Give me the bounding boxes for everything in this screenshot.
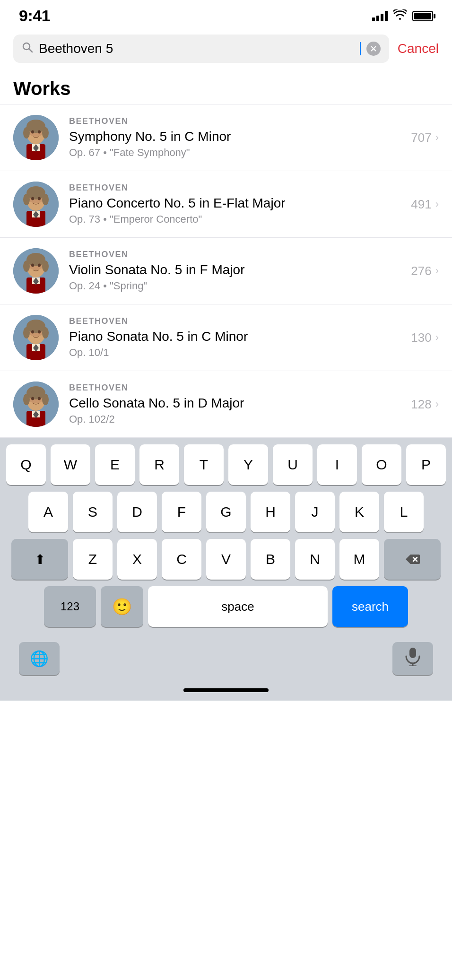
work-item[interactable]: BEETHOVEN Piano Sonata No. 5 in C Minor … — [0, 304, 452, 371]
composer-label: BEETHOVEN — [69, 183, 400, 193]
search-query-text: Beethoven 5 — [39, 41, 353, 56]
key-v[interactable]: V — [206, 539, 246, 580]
key-t[interactable]: T — [184, 444, 224, 485]
search-key[interactable]: search — [332, 586, 408, 627]
composer-label: BEETHOVEN — [69, 383, 400, 393]
svg-point-6 — [23, 127, 30, 139]
key-h[interactable]: H — [251, 492, 290, 532]
svg-point-9 — [38, 130, 41, 134]
chevron-right-icon: › — [435, 398, 439, 410]
work-title: Violin Sonata No. 5 in F Major — [69, 261, 400, 278]
svg-point-17 — [23, 194, 30, 205]
svg-point-8 — [31, 130, 34, 134]
key-k[interactable]: K — [339, 492, 379, 532]
svg-point-53 — [38, 397, 41, 400]
svg-point-50 — [23, 394, 30, 405]
key-x[interactable]: X — [117, 539, 157, 580]
key-l[interactable]: L — [384, 492, 424, 532]
key-y[interactable]: Y — [228, 444, 268, 485]
search-magnifier-icon — [22, 42, 33, 56]
key-e[interactable]: E — [95, 444, 135, 485]
chevron-right-icon: › — [435, 265, 439, 277]
key-f[interactable]: F — [162, 492, 201, 532]
key-o[interactable]: O — [362, 444, 401, 485]
work-title: Piano Concerto No. 5 in E-Flat Major — [69, 195, 400, 211]
key-r[interactable]: R — [139, 444, 179, 485]
svg-point-52 — [31, 397, 34, 400]
svg-point-29 — [42, 260, 49, 272]
key-p[interactable]: P — [406, 444, 446, 485]
chevron-right-icon: › — [435, 131, 439, 144]
svg-point-40 — [42, 327, 49, 338]
work-subtitle: Op. 10/1 — [69, 347, 400, 359]
key-w[interactable]: W — [51, 444, 90, 485]
composer-label: BEETHOVEN — [69, 250, 400, 260]
work-count-area: 128 › — [411, 397, 439, 412]
works-list: BEETHOVEN Symphony No. 5 in C Minor Op. … — [0, 104, 452, 438]
space-key[interactable]: space — [148, 586, 328, 627]
emoji-key[interactable]: 🙂 — [101, 586, 143, 627]
keyboard-row-4: 123 🙂 space search — [3, 586, 449, 627]
work-item[interactable]: BEETHOVEN Piano Concerto No. 5 in E-Flat… — [0, 171, 452, 238]
work-title: Cello Sonata No. 5 in D Major — [69, 395, 400, 411]
work-count: 128 — [411, 397, 431, 412]
key-u[interactable]: U — [273, 444, 313, 485]
avatar — [13, 315, 59, 360]
key-q[interactable]: Q — [6, 444, 46, 485]
svg-point-42 — [38, 330, 41, 334]
status-icons — [372, 9, 433, 23]
key-b[interactable]: B — [251, 539, 290, 580]
avatar — [13, 182, 59, 227]
key-j[interactable]: J — [295, 492, 335, 532]
delete-key[interactable] — [384, 539, 441, 580]
keyboard-row-1: Q W E R T Y U I O P — [3, 444, 449, 485]
cancel-button[interactable]: Cancel — [398, 41, 439, 56]
keyboard-row-3: ⬆ Z X C V B N M — [3, 539, 449, 580]
work-subtitle: Op. 102/2 — [69, 413, 400, 425]
composer-label: BEETHOVEN — [69, 116, 400, 126]
bottom-bar: 🌐 — [0, 635, 452, 682]
work-info: BEETHOVEN Violin Sonata No. 5 in F Major… — [69, 250, 400, 292]
home-indicator — [0, 682, 452, 701]
search-bar-container: Beethoven 5 Cancel — [0, 30, 452, 68]
svg-point-31 — [38, 264, 41, 267]
key-n[interactable]: N — [295, 539, 335, 580]
work-count-area: 276 › — [411, 264, 439, 278]
shift-key[interactable]: ⬆ — [11, 539, 68, 580]
chevron-right-icon: › — [435, 198, 439, 210]
work-subtitle: Op. 24 • "Spring" — [69, 280, 400, 292]
key-s[interactable]: S — [73, 492, 113, 532]
work-count-area: 707 › — [411, 130, 439, 145]
search-input-wrapper[interactable]: Beethoven 5 — [13, 35, 389, 63]
svg-point-18 — [42, 194, 49, 205]
svg-point-7 — [42, 127, 49, 139]
globe-icon: 🌐 — [30, 650, 49, 668]
work-item[interactable]: BEETHOVEN Cello Sonata No. 5 in D Major … — [0, 371, 452, 438]
key-d[interactable]: D — [117, 492, 157, 532]
mic-icon — [405, 647, 421, 670]
svg-point-41 — [31, 330, 34, 334]
key-c[interactable]: C — [162, 539, 201, 580]
svg-point-30 — [31, 264, 34, 267]
key-z[interactable]: Z — [73, 539, 113, 580]
battery-icon — [412, 11, 433, 21]
globe-key[interactable]: 🌐 — [19, 642, 60, 675]
mic-key[interactable] — [392, 642, 433, 675]
key-m[interactable]: M — [339, 539, 379, 580]
svg-point-39 — [23, 327, 30, 338]
key-g[interactable]: G — [206, 492, 246, 532]
work-item[interactable]: BEETHOVEN Symphony No. 5 in C Minor Op. … — [0, 104, 452, 171]
work-subtitle: Op. 73 • "Emperor Concerto" — [69, 213, 400, 225]
key-a[interactable]: A — [28, 492, 68, 532]
work-info: BEETHOVEN Cello Sonata No. 5 in D Major … — [69, 383, 400, 425]
clear-search-button[interactable] — [366, 42, 381, 56]
svg-point-20 — [38, 197, 41, 200]
chevron-right-icon: › — [435, 331, 439, 344]
number-key[interactable]: 123 — [44, 586, 96, 627]
work-info: BEETHOVEN Piano Sonata No. 5 in C Minor … — [69, 316, 400, 359]
svg-line-1 — [29, 49, 33, 52]
key-i[interactable]: I — [317, 444, 357, 485]
avatar — [13, 115, 59, 160]
work-item[interactable]: BEETHOVEN Violin Sonata No. 5 in F Major… — [0, 238, 452, 304]
wifi-icon — [393, 9, 407, 23]
